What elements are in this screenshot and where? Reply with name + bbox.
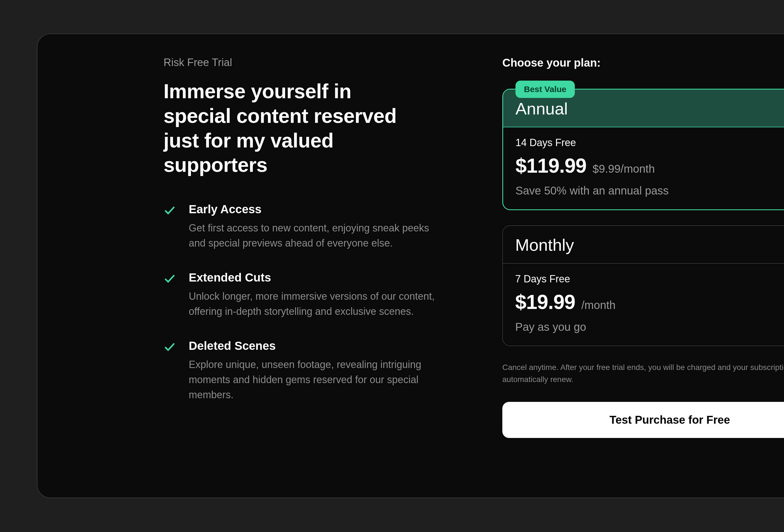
plan-price: $19.99	[515, 291, 575, 314]
feature-item: Extended Cuts Unlock longer, more immers…	[164, 271, 469, 319]
marketing-column: Risk Free Trial Immerse yourself in spec…	[164, 57, 469, 475]
feature-text: Extended Cuts Unlock longer, more immers…	[189, 271, 446, 319]
plan-note: Save 50% with an annual pass	[515, 184, 784, 197]
plan-column: Choose your plan: Best Value Annual 14 D…	[502, 57, 784, 475]
feature-desc: Get first access to new content, enjoyin…	[189, 220, 446, 251]
plan-price: $119.99	[515, 154, 586, 177]
check-icon	[164, 273, 176, 285]
check-icon	[164, 204, 176, 216]
choose-plan-label: Choose your plan:	[502, 57, 784, 69]
plan-per: /month	[581, 299, 615, 312]
disclaimer-text: Cancel anytime. After your free trial en…	[502, 361, 784, 386]
plan-name: Monthly	[515, 235, 784, 255]
plan-price-row: $119.99 $9.99/month	[515, 154, 784, 177]
test-purchase-button[interactable]: Test Purchase for Free	[502, 402, 784, 438]
feature-desc: Explore unique, unseen footage, revealin…	[189, 357, 446, 403]
plan-trial: 14 Days Free	[515, 137, 784, 149]
plan-trial: 7 Days Free	[515, 273, 784, 285]
plan-note: Pay as you go	[515, 321, 784, 333]
feature-title: Deleted Scenes	[189, 339, 446, 353]
plan-option-annual[interactable]: Best Value Annual 14 Days Free $119.99 $…	[502, 89, 784, 210]
feature-item: Deleted Scenes Explore unique, unseen fo…	[164, 339, 469, 403]
feature-list: Early Access Get first access to new con…	[164, 203, 469, 403]
feature-title: Extended Cuts	[189, 271, 446, 284]
pricing-card: Risk Free Trial Immerse yourself in spec…	[37, 34, 784, 498]
headline-text: Immerse yourself in special content rese…	[164, 79, 416, 177]
feature-item: Early Access Get first access to new con…	[164, 203, 469, 251]
feature-text: Deleted Scenes Explore unique, unseen fo…	[189, 339, 446, 403]
plan-header: Monthly	[503, 226, 784, 264]
plan-name: Annual	[515, 99, 784, 118]
best-value-badge: Best Value	[515, 81, 575, 98]
plan-body: 7 Days Free $19.99 /month Pay as you go	[503, 264, 784, 346]
feature-text: Early Access Get first access to new con…	[189, 203, 446, 251]
feature-desc: Unlock longer, more immersive versions o…	[189, 289, 446, 319]
plan-option-monthly[interactable]: Monthly 7 Days Free $19.99 /month Pay as…	[502, 225, 784, 346]
kicker-text: Risk Free Trial	[164, 57, 469, 68]
plan-body: 14 Days Free $119.99 $9.99/month Save 50…	[503, 127, 784, 209]
plan-price-row: $19.99 /month	[515, 291, 784, 314]
feature-title: Early Access	[189, 203, 446, 216]
check-icon	[164, 341, 176, 353]
plan-per: $9.99/month	[592, 162, 655, 175]
